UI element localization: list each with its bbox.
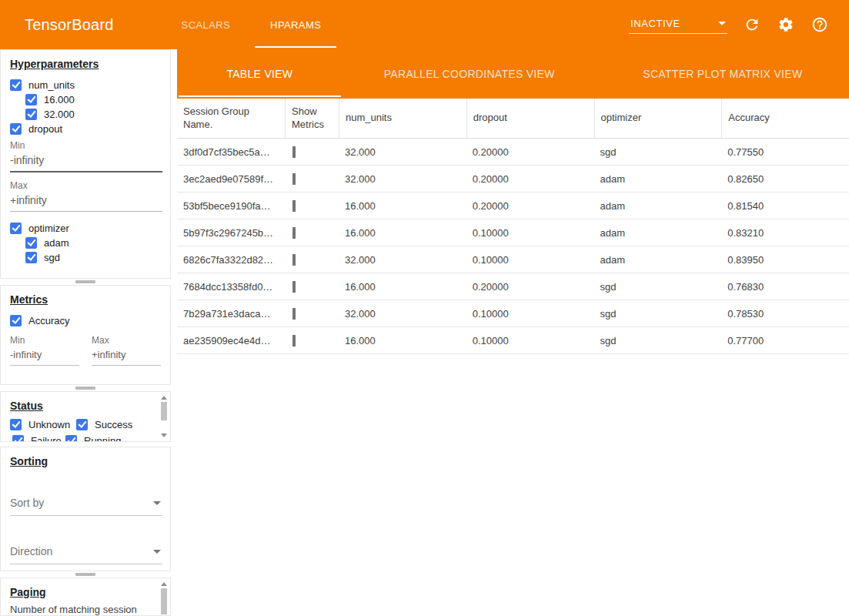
- optimizer-cell: adam: [594, 173, 722, 185]
- show-metrics-checkbox[interactable]: [292, 308, 296, 320]
- scroll-thumb[interactable]: [161, 588, 167, 614]
- num-units-cell: 16.000: [339, 335, 466, 346]
- dropout-min-input[interactable]: [10, 151, 162, 172]
- checkbox-label: optimizer: [28, 223, 69, 234]
- gear-icon[interactable]: [777, 15, 795, 34]
- checkbox-optimizer-sgd[interactable]: sgd: [25, 250, 161, 264]
- checkbox-accuracy[interactable]: Accuracy: [10, 313, 161, 327]
- splitter: [0, 279, 171, 285]
- checkbox-icon[interactable]: [25, 237, 37, 249]
- num-units-cell: 32.000: [339, 308, 466, 320]
- checkbox-icon[interactable]: [25, 94, 37, 105]
- checkbox-label: Unknown: [28, 419, 70, 430]
- show-metrics-cell: [285, 146, 339, 158]
- optimizer-cell: adam: [594, 227, 722, 239]
- checkbox-status-running[interactable]: Running: [65, 434, 149, 442]
- sidebar: Hyperparameters num_units 16.000 32.000 …: [0, 49, 171, 616]
- chevron-down-icon: [153, 550, 161, 554]
- checkbox-icon[interactable]: [25, 252, 37, 263]
- show-metrics-checkbox[interactable]: [292, 281, 296, 293]
- sort-by-select[interactable]: Sort by: [10, 495, 162, 516]
- session-group-name: 3ec2aed9e07589f…: [177, 173, 285, 185]
- checkbox-icon[interactable]: [10, 419, 22, 430]
- metrics-max-input[interactable]: [92, 346, 161, 366]
- show-metrics-checkbox[interactable]: [292, 254, 296, 266]
- hyperparameters-title: Hyperparameters: [10, 58, 161, 70]
- checkbox-label: num_units: [28, 79, 75, 91]
- show-metrics-cell: [285, 308, 339, 320]
- tab-table-view[interactable]: TABLE VIEW: [177, 49, 343, 99]
- metrics-min-input[interactable]: [10, 346, 79, 366]
- checkbox-dropout[interactable]: dropout: [10, 122, 161, 136]
- checkbox-label: Success: [95, 419, 132, 430]
- checkbox-label: sgd: [44, 252, 60, 263]
- checkbox-icon[interactable]: [10, 315, 22, 326]
- tensorboard-app: TensorBoard SCALARS HPARAMS INACTIVE: [0, 0, 849, 616]
- scroll-up-icon[interactable]: [161, 582, 167, 586]
- show-metrics-checkbox[interactable]: [292, 173, 296, 185]
- drag-handle[interactable]: [75, 280, 95, 283]
- metrics-minmax: Min Max: [10, 335, 161, 366]
- session-group-name: 3df0d7cf35bec5a…: [177, 146, 285, 158]
- dropout-cell: 0.10000: [466, 308, 594, 320]
- checkbox-status-success[interactable]: Success: [76, 417, 149, 431]
- show-metrics-checkbox[interactable]: [292, 335, 296, 346]
- show-metrics-cell: [285, 281, 339, 293]
- show-metrics-checkbox[interactable]: [292, 146, 296, 158]
- show-metrics-checkbox[interactable]: [292, 200, 296, 212]
- checkbox-label: 16.000: [44, 94, 75, 105]
- checkbox-icon[interactable]: [10, 123, 22, 135]
- sort-by-value: Sort by: [10, 497, 44, 509]
- checkbox-num-units-32[interactable]: 32.000: [25, 107, 161, 121]
- paging-scrollbar[interactable]: [160, 582, 168, 611]
- col-num-units: num_units: [339, 99, 466, 138]
- scroll-up-icon[interactable]: [161, 396, 167, 400]
- dropout-cell: 0.20000: [466, 146, 594, 158]
- top-nav: SCALARS HPARAMS: [162, 0, 342, 49]
- optimizer-cell: adam: [594, 254, 722, 266]
- status-title: Status: [10, 400, 161, 412]
- drag-handle[interactable]: [75, 573, 95, 576]
- checkbox-icon[interactable]: [25, 109, 37, 120]
- main-panel: TABLE VIEW PARALLEL COORDINATES VIEW SCA…: [177, 49, 849, 616]
- checkbox-optimizer[interactable]: optimizer: [10, 221, 161, 235]
- reload-status-value: INACTIVE: [630, 18, 680, 29]
- checkbox-status-unknown[interactable]: Unknown: [10, 417, 76, 431]
- show-metrics-cell: [285, 227, 339, 239]
- content: Hyperparameters num_units 16.000 32.000 …: [0, 49, 849, 616]
- scroll-down-icon[interactable]: [161, 434, 167, 437]
- col-optimizer: optimizer: [594, 99, 722, 138]
- checkbox-num-units-16[interactable]: 16.000: [25, 92, 161, 106]
- drag-handle[interactable]: [75, 387, 95, 390]
- refresh-icon[interactable]: [743, 15, 761, 34]
- tab-parallel-coordinates-view[interactable]: PARALLEL COORDINATES VIEW: [343, 49, 597, 99]
- show-metrics-checkbox[interactable]: [292, 227, 296, 239]
- dropout-max-label: Max: [10, 180, 161, 191]
- checkbox-icon[interactable]: [10, 79, 22, 91]
- help-icon[interactable]: [811, 15, 829, 34]
- dropout-max-input[interactable]: [10, 191, 162, 212]
- dropout-min-label: Min: [10, 140, 161, 151]
- accuracy-cell: 0.76830: [721, 281, 849, 293]
- checkbox-optimizer-adam[interactable]: adam: [25, 236, 161, 249]
- status-scrollbar[interactable]: [160, 396, 168, 437]
- tab-scatter-plot-matrix-view[interactable]: SCATTER PLOT MATRIX VIEW: [597, 49, 849, 99]
- checkbox-icon[interactable]: [10, 223, 22, 234]
- splitter: [0, 385, 171, 391]
- checkbox-icon[interactable]: [65, 435, 77, 443]
- session-group-name: 53bf5bece9190fa…: [177, 200, 285, 212]
- accuracy-cell: 0.78530: [721, 308, 849, 320]
- metrics-title: Metrics: [10, 293, 161, 306]
- scroll-thumb[interactable]: [161, 402, 167, 420]
- show-metrics-cell: [285, 254, 339, 266]
- reload-status-dropdown[interactable]: INACTIVE: [629, 16, 727, 34]
- metrics-min-label: Min: [10, 335, 79, 346]
- checkbox-icon[interactable]: [76, 419, 88, 430]
- direction-select[interactable]: Direction: [10, 544, 162, 564]
- tab-hparams[interactable]: HPARAMS: [250, 0, 341, 49]
- col-accuracy: Accuracy: [721, 99, 849, 138]
- checkbox-icon[interactable]: [12, 435, 24, 443]
- table-body: 3df0d7cf35bec5a… 32.000 0.20000 sgd 0.77…: [177, 139, 849, 354]
- tab-scalars[interactable]: SCALARS: [162, 0, 251, 49]
- checkbox-num-units[interactable]: num_units: [10, 78, 161, 92]
